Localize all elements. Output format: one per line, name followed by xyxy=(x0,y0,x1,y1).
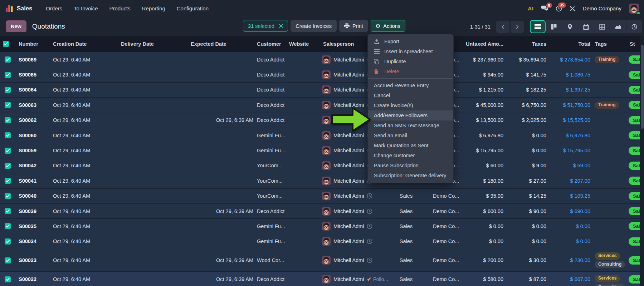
messages-icon[interactable]: 9 xyxy=(541,5,548,11)
ai-icon[interactable]: AI xyxy=(528,5,534,12)
view-kanban-button[interactable] xyxy=(546,20,562,33)
view-list-button[interactable] xyxy=(530,20,546,33)
row-checkbox[interactable] xyxy=(5,117,11,123)
table-row-S00035[interactable]: S00035Oct 29, 6:40 AMGemini Fu...Mitchel… xyxy=(0,219,644,234)
row-checkbox[interactable] xyxy=(5,148,11,154)
pager-next-button[interactable] xyxy=(511,21,524,33)
cell-delivery_date xyxy=(118,158,188,173)
scrollbar-thumb[interactable] xyxy=(641,45,644,129)
action-label: Mark Quotation as Sent xyxy=(374,143,428,148)
action-duplicate[interactable]: Duplicate xyxy=(368,56,453,66)
view-map-button[interactable] xyxy=(562,20,578,33)
company-switcher[interactable]: Demo Company xyxy=(583,5,621,11)
create-invoices-button[interactable]: Create Invoices xyxy=(291,20,337,32)
activity-clock-icon[interactable] xyxy=(367,238,372,244)
action-cancel[interactable]: Cancel xyxy=(368,90,453,100)
column-header-delivery_date[interactable]: Delivery Date xyxy=(118,36,188,52)
table-row-S00034[interactable]: S00034Oct 29, 6:40 AMGemini Fu...Mitchel… xyxy=(0,234,644,249)
table-row-S00042[interactable]: S00042Oct 29, 6:40 AMYourCom...Mitchell … xyxy=(0,158,644,173)
column-header-number[interactable]: Number xyxy=(16,36,50,52)
action-send-an-email[interactable]: Send an email xyxy=(368,130,453,140)
menu-reporting[interactable]: Reporting xyxy=(138,3,170,14)
activity-clock-icon[interactable] xyxy=(367,208,372,214)
user-avatar[interactable] xyxy=(629,4,639,14)
row-checkbox[interactable] xyxy=(5,238,11,245)
table-row-S00041[interactable]: S00041Oct 29, 6:40 AMYourCom...Mitchell … xyxy=(0,173,644,188)
row-checkbox[interactable] xyxy=(5,87,11,93)
table-row-S00040[interactable]: S00040Oct 29, 6:40 AMYourCom...Mitchell … xyxy=(0,189,644,204)
action-add-remove-followers[interactable]: Add/Remove Followers xyxy=(368,110,453,120)
table-row-S00039[interactable]: S00039Oct 29, 6:40 AMOct 29, 6:39 AMDeco… xyxy=(0,204,644,219)
row-checkbox[interactable] xyxy=(5,208,11,214)
row-checkbox[interactable] xyxy=(5,163,11,169)
new-button[interactable]: New xyxy=(6,20,26,32)
row-checkbox[interactable] xyxy=(5,276,11,282)
row-checkbox[interactable] xyxy=(5,257,11,263)
action-change-customer[interactable]: Change customer xyxy=(368,151,453,161)
action-subscription-generate-delivery[interactable]: Subscription: Generate delivery xyxy=(368,171,453,181)
table-row-S00069[interactable]: S00069Oct 29, 6:40 AMDeco AddictMitchell… xyxy=(0,52,644,67)
selection-counter[interactable]: 31 selected xyxy=(243,20,288,32)
column-header-taxes[interactable]: Taxes xyxy=(505,36,548,52)
table-row-S00060[interactable]: S00060Oct 29, 6:40 AMGemini Fu...Mitchel… xyxy=(0,128,644,143)
action-insert-in-spreadsheet[interactable]: Insert in spreadsheet xyxy=(368,46,453,56)
row-checkbox[interactable] xyxy=(5,223,11,229)
action-delete[interactable]: Delete xyxy=(368,66,453,77)
view-graph-button[interactable] xyxy=(610,20,626,33)
select-all-checkbox[interactable] xyxy=(3,41,9,47)
view-pivot-button[interactable] xyxy=(594,20,610,33)
column-header-customer[interactable]: Customer xyxy=(254,36,286,52)
menu-to-invoice[interactable]: To Invoice xyxy=(69,3,102,14)
pager-previous-button[interactable] xyxy=(496,21,509,33)
action-label: Insert in spreadsheet xyxy=(384,49,433,54)
row-checkbox[interactable] xyxy=(5,132,11,138)
column-header-select[interactable] xyxy=(0,36,16,52)
action-mark-quotation-as-sent[interactable]: Mark Quotation as Sent xyxy=(368,140,453,151)
action-export[interactable]: Export xyxy=(368,36,453,46)
action-send-an-sms-text-message[interactable]: Send an SMS Text Message xyxy=(368,120,453,130)
row-checkbox[interactable] xyxy=(5,72,11,78)
app-brand[interactable]: Sales xyxy=(5,4,32,13)
column-header-untaxed[interactable]: Untaxed Amo... xyxy=(462,36,505,52)
breadcrumb[interactable]: Quotations xyxy=(32,23,65,30)
cell-taxes: $ 0.00 xyxy=(505,143,548,158)
row-checkbox[interactable] xyxy=(5,102,11,108)
column-header-tags[interactable]: Tags xyxy=(592,36,624,52)
view-calendar-button[interactable] xyxy=(578,20,594,33)
row-checkbox[interactable] xyxy=(5,193,11,199)
clear-selection-icon[interactable] xyxy=(279,24,283,28)
print-button[interactable]: Print xyxy=(339,20,368,32)
table-row-S00022[interactable]: S00022Oct 29, 6:40 AMOct 29, 6:39 AMDeco… xyxy=(0,272,644,286)
table-row-S00063[interactable]: S00063Oct 29, 6:40 AMDeco AddictMitchell… xyxy=(0,98,644,113)
table-row-S00062[interactable]: S00062Oct 29, 6:40 AMOct 29, 6:39 AMDeco… xyxy=(0,113,644,128)
tools-icon[interactable] xyxy=(570,6,575,11)
column-header-creation_date[interactable]: Creation Date xyxy=(50,36,118,52)
actions-button[interactable]: ⚙ Actions xyxy=(371,20,405,32)
activity-clock-icon[interactable] xyxy=(367,223,372,229)
table-row-S00065[interactable]: S00065Oct 29, 6:40 AMDeco AddictMitchell… xyxy=(0,67,644,82)
column-header-total[interactable]: Total xyxy=(548,36,592,52)
activities-icon[interactable]: 35 xyxy=(556,5,562,12)
menu-orders[interactable]: Orders xyxy=(42,3,67,14)
action-pause-subscription[interactable]: Pause Subscription xyxy=(368,161,453,171)
table-row-S00064[interactable]: S00064Oct 29, 6:40 AMDeco AddictMitchell… xyxy=(0,83,644,98)
action-accrued-revenue-entry[interactable]: Accrued Revenue Entry xyxy=(368,80,453,90)
table-row-S00023[interactable]: S00023Oct 29, 6:40 AMOct 29, 6:39 AMWood… xyxy=(0,249,644,272)
view-activity-button[interactable] xyxy=(626,20,642,33)
column-header-expected_date[interactable]: Expected Date xyxy=(188,36,254,52)
table-row-S00059[interactable]: S00059Oct 29, 6:40 AMGemini Fu...Mitchel… xyxy=(0,143,644,158)
row-checkbox[interactable] xyxy=(5,56,11,63)
menu-configuration[interactable]: Configuration xyxy=(172,3,213,14)
action-create-invoice-s[interactable]: Create invoice(s) xyxy=(368,100,453,110)
vertical-scrollbar[interactable] xyxy=(640,36,644,286)
activity-clock-icon[interactable] xyxy=(367,257,372,263)
cell-total: $ 15,525.00 xyxy=(548,113,592,128)
cell-untaxed: $ 1,215.00 xyxy=(462,83,505,97)
activity-clock-icon[interactable] xyxy=(367,193,372,199)
menu-products[interactable]: Products xyxy=(105,3,135,14)
cell-tags xyxy=(592,234,624,249)
column-header-website[interactable]: Website xyxy=(286,36,320,52)
cell-expected_date xyxy=(188,128,254,143)
row-checkbox[interactable] xyxy=(5,178,11,184)
tag-consulting: Consulting xyxy=(595,283,625,286)
